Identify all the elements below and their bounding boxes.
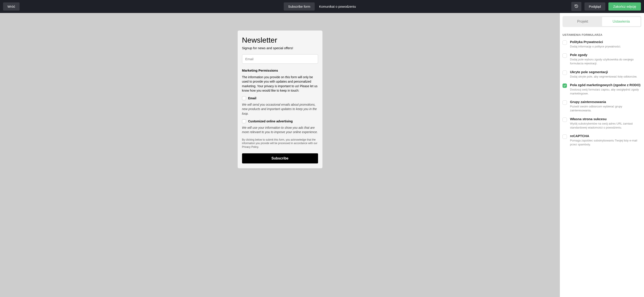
legal-text: By clicking below to submit this form, y… xyxy=(242,138,318,149)
permission-row-email: Email xyxy=(242,96,318,100)
setting-content: Pola zgód marketingowych (zgodne z RODO)… xyxy=(570,83,641,96)
setting-checkbox[interactable] xyxy=(562,100,567,105)
marketing-permissions-text: The information you provide on this form… xyxy=(242,75,318,93)
history-button[interactable] xyxy=(571,2,582,11)
setting-title: Polityka Prywatności xyxy=(570,40,641,44)
setting-checkbox[interactable] xyxy=(562,40,567,45)
preview-button[interactable]: Podgląd xyxy=(584,2,605,10)
permission-desc-advertising: We will use your information to show you… xyxy=(242,126,318,134)
form-title: Newsletter xyxy=(242,36,318,44)
setting-desc: Pozwól swoim odbiorcom wybierać grupy za… xyxy=(570,104,641,112)
form-subtitle: Signup for news and special offers! xyxy=(242,46,318,50)
setting-title: Własna strona sukcesu xyxy=(570,117,641,121)
sidebar-tabs: Projekt Ustawienia xyxy=(562,16,641,27)
permission-label-advertising: Customized online advertising xyxy=(248,120,293,123)
setting-checkbox[interactable] xyxy=(562,84,567,88)
marketing-permissions-heading: Marketing Permissions xyxy=(242,68,318,72)
setting-title: Ukryte pole segmentacji xyxy=(570,70,641,74)
setting-checkbox[interactable] xyxy=(562,70,567,75)
setting-desc: Dodaj pole wyboru zgody użytkownika do s… xyxy=(570,58,641,66)
tab-success-message[interactable]: Komunikat o powodzeniu xyxy=(315,2,360,10)
permission-checkbox-email[interactable] xyxy=(242,96,246,100)
setting-item: Własna strona sukcesuWyślij subskrybentó… xyxy=(562,117,641,130)
setting-content: Polityka PrywatnościDodaj informację o p… xyxy=(570,40,641,48)
top-bar: Wróć Subscribe form Komunikat o powodzen… xyxy=(0,0,644,13)
setting-item: Pole zgodyDodaj pole wyboru zgody użytko… xyxy=(562,53,641,66)
form-settings-heading: USTAWIENIA FORMULARZA xyxy=(562,33,641,36)
setting-item: Polityka PrywatnościDodaj informację o p… xyxy=(562,40,641,48)
setting-item: Ukryte pole segmentacjiDodaj ukryte pole… xyxy=(562,70,641,79)
setting-desc: Dodaj informację o polityce prywatności. xyxy=(570,44,641,48)
sidebar-tab-settings[interactable]: Ustawienia xyxy=(602,17,641,26)
top-bar-left: Wróć xyxy=(3,2,20,10)
setting-content: reCAPTCHAPomaga zapobiec subskrybowaniu … xyxy=(570,134,641,146)
subscribe-button[interactable]: Subscribe xyxy=(242,153,318,164)
email-input[interactable] xyxy=(242,54,318,64)
settings-list: Polityka PrywatnościDodaj informację o p… xyxy=(562,40,641,146)
permission-label-email: Email xyxy=(248,96,256,100)
top-bar-right: Podgląd Zakończ edycję xyxy=(571,2,641,11)
setting-desc: Dostosuj swój formularz zapisu, aby uwzg… xyxy=(570,88,641,96)
setting-title: Pola zgód marketingowych (zgodne z RODO) xyxy=(570,83,641,87)
permission-row-advertising: Customized online advertising xyxy=(242,119,318,123)
setting-title: reCAPTCHA xyxy=(570,134,641,138)
setting-item: Grupy zainteresowaniaPozwól swoim odbior… xyxy=(562,100,641,112)
setting-item: reCAPTCHAPomaga zapobiec subskrybowaniu … xyxy=(562,134,641,146)
setting-content: Ukryte pole segmentacjiDodaj ukryte pole… xyxy=(570,70,641,79)
setting-checkbox[interactable] xyxy=(562,118,567,122)
setting-item: Pola zgód marketingowych (zgodne z RODO)… xyxy=(562,83,641,96)
setting-title: Grupy zainteresowania xyxy=(570,100,641,104)
settings-sidebar: Projekt Ustawienia USTAWIENIA FORMULARZA… xyxy=(560,13,644,297)
setting-title: Pole zgody xyxy=(570,53,641,57)
tab-subscribe-form[interactable]: Subscribe form xyxy=(284,2,315,10)
setting-content: Grupy zainteresowaniaPozwól swoim odbior… xyxy=(570,100,641,112)
permission-desc-email: We will send you occasional emails about… xyxy=(242,102,318,116)
check-icon xyxy=(564,84,566,87)
top-bar-center-tabs: Subscribe form Komunikat o powodzeniu xyxy=(284,2,360,10)
setting-desc: Dodaj ukryte pole, aby segmentować listę… xyxy=(570,75,641,79)
canvas-area: Newsletter Signup for news and special o… xyxy=(0,13,560,297)
setting-content: Własna strona sukcesuWyślij subskrybentó… xyxy=(570,117,641,130)
newsletter-form-card: Newsletter Signup for news and special o… xyxy=(238,30,322,168)
setting-checkbox[interactable] xyxy=(562,54,567,58)
setting-checkbox[interactable] xyxy=(562,134,567,139)
setting-content: Pole zgodyDodaj pole wyboru zgody użytko… xyxy=(570,53,641,66)
sidebar-tab-design[interactable]: Projekt xyxy=(564,17,602,26)
history-icon xyxy=(574,4,578,9)
main-area: Newsletter Signup for news and special o… xyxy=(0,13,644,297)
setting-desc: Wyślij subskrybentów na swój adres URL z… xyxy=(570,122,641,130)
permission-checkbox-advertising[interactable] xyxy=(242,119,246,123)
back-button[interactable]: Wróć xyxy=(3,2,20,10)
finish-editing-button[interactable]: Zakończ edycję xyxy=(608,2,641,10)
setting-desc: Pomaga zapobiec subskrybowaniu Twojej li… xyxy=(570,138,641,146)
